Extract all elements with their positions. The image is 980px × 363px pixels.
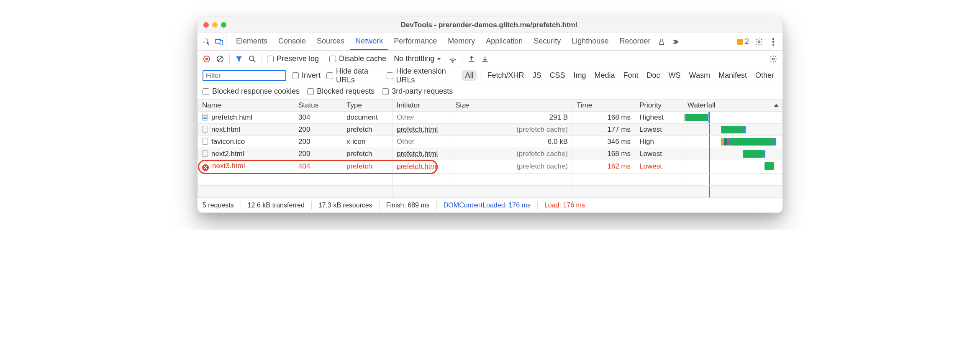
filter-type-media[interactable]: Media (591, 70, 618, 81)
panel-tab-memory[interactable]: Memory (442, 33, 480, 50)
request-size: (prefetch cache) (451, 160, 572, 173)
warnings-count: 2 (745, 37, 749, 46)
svg-point-3 (758, 41, 760, 43)
throttling-select[interactable]: No throttling (391, 54, 444, 64)
request-initiator: Other (393, 112, 451, 124)
svg-line-10 (218, 56, 223, 61)
request-priority: Lowest (635, 160, 683, 173)
file-icon (202, 126, 208, 133)
request-initiator[interactable]: prefetch.html (393, 148, 451, 160)
request-type: prefetch (342, 148, 393, 160)
request-time: 168 ms (572, 148, 635, 160)
table-row[interactable]: next.html200prefetchprefetch.html(prefet… (198, 124, 782, 136)
flask-icon (657, 38, 666, 46)
disable-cache-checkbox[interactable]: Disable cache (329, 54, 386, 63)
maximize-window-button[interactable] (221, 22, 226, 28)
panel-tab-network[interactable]: Network (350, 33, 388, 50)
blocked-requests-checkbox[interactable]: Blocked requests (307, 87, 375, 96)
waterfall-cell (683, 148, 782, 160)
request-type: x-icon (342, 136, 393, 148)
col-type[interactable]: Type (342, 100, 393, 112)
col-priority[interactable]: Priority (635, 100, 683, 112)
waterfall-bar (730, 138, 774, 146)
filter-type-all[interactable]: All (462, 70, 477, 81)
panel-tab-lighthouse[interactable]: Lighthouse (566, 33, 614, 50)
col-name[interactable]: Name (198, 100, 294, 112)
table-row[interactable]: prefetch.html304documentOther291 B168 ms… (198, 112, 782, 124)
request-type: prefetch (342, 124, 393, 136)
table-row[interactable]: favicon.ico200x-iconOther6.0 kB346 msHig… (198, 136, 782, 148)
filter-type-fetch-xhr[interactable]: Fetch/XHR (484, 70, 527, 81)
panel-tab-sources[interactable]: Sources (311, 33, 350, 50)
close-window-button[interactable] (203, 22, 209, 28)
filter-input[interactable] (203, 70, 286, 81)
filter-icon[interactable] (235, 55, 243, 63)
panel-tab-security[interactable]: Security (528, 33, 566, 50)
panel-tab-performance[interactable]: Performance (388, 33, 442, 50)
col-time[interactable]: Time (572, 100, 635, 112)
request-name: next2.html (211, 150, 244, 158)
filter-type-ws[interactable]: WS (665, 70, 684, 81)
request-priority: Highest (635, 112, 683, 124)
request-status: 304 (294, 112, 342, 124)
invert-checkbox[interactable]: Invert (292, 71, 321, 80)
device-toolbar-icon[interactable] (215, 38, 223, 46)
request-status: 404 (294, 160, 342, 173)
upload-har-icon[interactable] (467, 55, 476, 63)
clear-icon[interactable] (216, 55, 224, 63)
col-size[interactable]: Size (451, 100, 572, 112)
filter-type-manifest[interactable]: Manifest (715, 70, 750, 81)
filter-type-css[interactable]: CSS (546, 70, 569, 81)
filter-type-font[interactable]: Font (620, 70, 642, 81)
table-row[interactable]: next2.html200prefetchprefetch.html(prefe… (198, 148, 782, 160)
more-tabs-icon[interactable] (672, 38, 681, 46)
third-party-checkbox[interactable]: 3rd-party requests (382, 87, 453, 96)
table-row[interactable]: ✕next3.html404prefetchprefetch.html(pref… (198, 160, 782, 173)
search-icon[interactable] (248, 55, 257, 63)
window-title: DevTools - prerender-demos.glitch.me/pre… (226, 21, 752, 29)
filter-type-doc[interactable]: Doc (644, 70, 664, 81)
filter-bar: Invert Hide data URLs Hide extension URL… (198, 67, 782, 84)
panel-tab-elements[interactable]: Elements (231, 33, 273, 50)
request-size: (prefetch cache) (451, 148, 572, 160)
request-initiator: Other (393, 136, 451, 148)
network-conditions-icon[interactable] (449, 55, 457, 63)
warnings-badge[interactable]: 2 (737, 37, 749, 46)
request-initiator[interactable]: prefetch.html (393, 160, 451, 173)
document-icon (202, 114, 208, 120)
kebab-menu-icon[interactable] (769, 38, 777, 46)
svg-rect-2 (220, 40, 223, 45)
waterfall-bar (721, 126, 744, 133)
minimize-window-button[interactable] (212, 22, 218, 28)
request-time: 162 ms (572, 160, 635, 173)
panel-tab-application[interactable]: Application (480, 33, 528, 50)
record-icon[interactable] (203, 55, 211, 63)
filter-type-wasm[interactable]: Wasm (686, 70, 713, 81)
request-time: 346 ms (572, 136, 635, 148)
waterfall-bar (685, 114, 708, 121)
waterfall-cell (683, 160, 782, 173)
inspect-element-icon[interactable] (203, 38, 211, 46)
settings-icon[interactable] (755, 38, 763, 46)
network-settings-icon[interactable] (769, 55, 777, 63)
svg-rect-8 (205, 58, 208, 60)
panel-tab-recorder[interactable]: Recorder (614, 33, 656, 50)
preserve-log-checkbox[interactable]: Preserve log (267, 54, 319, 63)
col-waterfall[interactable]: Waterfall (683, 100, 782, 112)
col-status[interactable]: Status (294, 100, 342, 112)
col-initiator[interactable]: Initiator (393, 100, 451, 112)
download-har-icon[interactable] (481, 55, 489, 63)
waterfall-bar (765, 162, 775, 170)
filter-type-js[interactable]: JS (529, 70, 544, 81)
request-initiator[interactable]: prefetch.html (393, 124, 451, 136)
blocked-cookies-checkbox[interactable]: Blocked response cookies (203, 87, 300, 96)
hide-extension-urls-checkbox[interactable]: Hide extension URLs (387, 67, 456, 84)
error-icon: ✕ (202, 164, 209, 171)
status-load: Load: 176 ms (544, 202, 585, 209)
filter-type-other[interactable]: Other (752, 70, 777, 81)
panel-tab-console[interactable]: Console (273, 33, 311, 50)
filter-type-img[interactable]: Img (570, 70, 590, 81)
svg-point-4 (772, 38, 774, 39)
request-status: 200 (294, 136, 342, 148)
hide-data-urls-checkbox[interactable]: Hide data URLs (326, 67, 381, 84)
